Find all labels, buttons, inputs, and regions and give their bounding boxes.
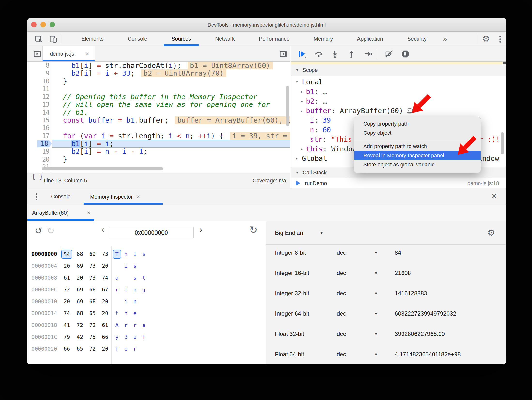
drawer-kebab-icon[interactable] — [36, 193, 37, 200]
hex-byte[interactable]: 69 — [75, 285, 85, 294]
ascii-char[interactable] — [113, 297, 121, 306]
ascii-char[interactable] — [140, 297, 148, 306]
tab-application[interactable]: Application — [357, 32, 383, 46]
hex-byte[interactable]: 73 — [87, 261, 98, 270]
hex-byte[interactable]: 75 — [87, 333, 98, 341]
line-number[interactable]: 20 — [27, 156, 50, 163]
code-editor[interactable]: 8 b1[i] = str.charCodeAt(i);b1 = Uint8Ar… — [27, 62, 290, 173]
ascii-char[interactable] — [140, 261, 148, 270]
hex-byte[interactable]: 73 — [100, 250, 110, 259]
interpreter-settings-gear-icon[interactable]: ⚙ — [487, 221, 495, 244]
file-tab-demo-js[interactable]: demo-js.js × — [42, 46, 95, 61]
format-select[interactable]: dec — [337, 344, 346, 364]
device-toolbar-icon[interactable] — [49, 35, 57, 43]
hex-byte[interactable]: 73 — [87, 273, 98, 282]
hex-byte[interactable]: 74 — [100, 273, 110, 282]
ascii-char[interactable]: A — [113, 321, 121, 330]
drawer-close-icon[interactable]: × — [492, 188, 497, 204]
ascii-char[interactable]: i — [122, 297, 130, 306]
show-navigator-icon[interactable] — [33, 50, 41, 58]
ascii-char[interactable]: r — [131, 321, 139, 330]
tab-sources[interactable]: Sources — [171, 32, 191, 46]
hex-byte[interactable]: 69 — [87, 250, 98, 259]
buffer-tab-label[interactable]: ArrayBuffer(60) — [32, 205, 68, 221]
ascii-char[interactable]: r — [122, 321, 130, 330]
code-line-19[interactable]: 19 b2[i] = n - i - 1; — [27, 148, 290, 155]
step-over-icon[interactable] — [314, 49, 323, 59]
code-line-8[interactable]: 8 b1[i] = str.charCodeAt(i);b1 = Uint8Ar… — [27, 62, 290, 69]
format-select[interactable]: dec — [337, 263, 346, 283]
ascii-char[interactable] — [113, 261, 121, 270]
line-number[interactable]: 11 — [27, 85, 50, 93]
ascii-char[interactable] — [140, 344, 148, 353]
code-line-18[interactable]: 18 b1[i] = i; — [27, 140, 290, 148]
tab-security[interactable]: Security — [407, 32, 426, 46]
hex-byte[interactable]: 68 — [75, 309, 85, 318]
drawer-tab-close-icon[interactable]: × — [137, 193, 140, 200]
menu-item-copy-property-path[interactable]: Copy property path — [354, 119, 481, 128]
code-line-13[interactable]: 13 // will open the same view as for ope… — [27, 101, 290, 108]
hex-byte[interactable]: 68 — [75, 250, 85, 259]
code-line-20[interactable]: 20 } — [27, 156, 290, 163]
line-number[interactable]: 9 — [27, 69, 50, 77]
hex-byte[interactable]: 72 — [87, 321, 98, 330]
ascii-char[interactable]: T — [113, 250, 121, 259]
caret-down-icon[interactable]: ▾ — [375, 344, 377, 364]
ascii-char[interactable]: a — [113, 273, 121, 282]
code-line-15[interactable]: 15 const buffer = b1.buffer;buffer = Arr… — [27, 116, 290, 124]
hex-byte[interactable]: 69 — [75, 261, 85, 270]
code-line-11[interactable]: 11 — [27, 85, 290, 93]
ascii-char[interactable]: f — [140, 333, 148, 341]
hex-byte[interactable]: 61 — [100, 321, 110, 330]
hex-byte[interactable]: 41 — [61, 321, 72, 330]
collapsed-triangle-icon[interactable]: ▸ — [301, 106, 303, 116]
ascii-char[interactable]: i — [122, 285, 130, 294]
caret-down-icon[interactable]: ▾ — [375, 324, 377, 344]
hex-byte[interactable]: 6E — [87, 285, 98, 294]
ascii-char[interactable]: h — [122, 250, 130, 259]
collapsed-triangle-icon[interactable]: ▸ — [301, 144, 303, 154]
hex-byte[interactable]: 65 — [75, 344, 85, 353]
collapsed-triangle-icon[interactable]: ▸ — [301, 87, 303, 97]
collapsed-triangle-icon[interactable]: ▸ — [296, 154, 298, 163]
undo-icon[interactable]: ↺ — [35, 225, 42, 236]
caret-down-icon[interactable]: ▾ — [320, 221, 323, 244]
menu-item-store-object-as-global-variable[interactable]: Store object as global variable — [354, 160, 481, 169]
ascii-char[interactable]: t — [140, 273, 148, 282]
hex-byte[interactable]: 72 — [75, 321, 85, 330]
ascii-char[interactable]: r — [131, 344, 139, 353]
more-panels-button[interactable]: » — [443, 32, 447, 46]
collapsed-triangle-icon[interactable]: ▸ — [301, 96, 303, 106]
ascii-char[interactable]: e — [122, 344, 130, 353]
pretty-print-icon[interactable]: { } — [32, 173, 43, 180]
ascii-char[interactable]: i — [131, 250, 139, 259]
hex-byte[interactable]: 67 — [100, 285, 110, 294]
refresh-icon[interactable]: ↻ — [249, 224, 258, 236]
pause-on-exceptions-icon[interactable] — [401, 49, 410, 59]
scope-row-b1[interactable]: ▸b1: … — [291, 87, 506, 97]
editor-vertical-scrollbar[interactable] — [286, 86, 289, 126]
hex-byte[interactable]: 54 — [61, 250, 72, 259]
ascii-char[interactable]: i — [122, 261, 130, 270]
address-input[interactable] — [109, 227, 194, 238]
editor-horizontal-scrollbar[interactable] — [42, 167, 163, 170]
code-line-17[interactable]: 17 for (var i = str.length; i < n; ++i) … — [27, 132, 290, 140]
step-into-icon[interactable] — [330, 49, 340, 59]
line-number[interactable]: 13 — [27, 101, 50, 108]
hex-byte[interactable]: 20 — [100, 344, 110, 353]
caret-down-icon[interactable]: ▾ — [375, 283, 377, 304]
caret-down-icon[interactable]: ▾ — [375, 263, 377, 283]
execution-line-number-badge[interactable]: 18 — [37, 140, 52, 147]
ascii-char[interactable]: s — [131, 273, 139, 282]
ascii-char[interactable]: B — [122, 333, 130, 341]
code-line-12[interactable]: 12 // Opening this buffer in the Memory … — [27, 93, 290, 101]
ascii-char[interactable]: h — [122, 309, 130, 318]
hex-byte[interactable]: 65 — [87, 309, 98, 318]
code-line-9[interactable]: 9 b2[i] = i + 33;b2 = Uint8Array(70) — [27, 69, 290, 77]
file-tab-close-icon[interactable]: × — [86, 46, 89, 61]
scope-row-buffer[interactable]: ▸buffer: ArrayBuffer(60) — [291, 106, 506, 116]
hex-byte[interactable]: 61 — [61, 273, 72, 282]
ascii-char[interactable]: n — [131, 297, 139, 306]
hex-byte[interactable]: 42 — [75, 333, 85, 341]
caret-down-icon[interactable]: ▾ — [375, 243, 377, 263]
